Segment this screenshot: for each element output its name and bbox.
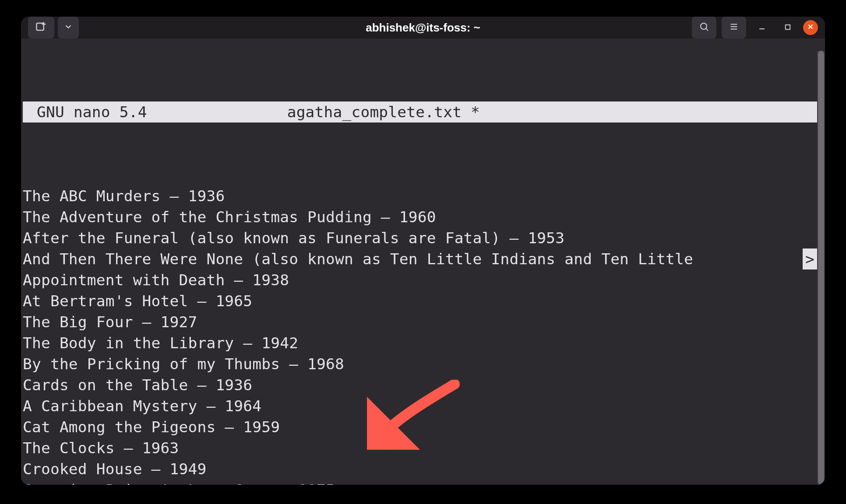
search-icon — [699, 21, 709, 34]
file-line: Cards on the Table – 1936 — [23, 374, 817, 396]
file-line: The Clocks – 1963 — [23, 438, 817, 458]
svg-point-3 — [701, 23, 707, 29]
scrollbar[interactable] — [817, 51, 825, 485]
svg-line-4 — [706, 29, 708, 31]
hamburger-menu-button[interactable] — [722, 17, 746, 38]
file-line: The Body in the Library – 1942 — [23, 332, 817, 354]
file-line: Cat Among the Pigeons – 1959 — [23, 416, 817, 438]
file-line: By the Pricking of my Thumbs – 1968 — [23, 354, 817, 374]
file-line: Appointment with Death – 1938 — [23, 270, 817, 290]
file-line: A Caribbean Mystery – 1964 — [23, 396, 817, 416]
tab-menu-button[interactable] — [58, 17, 79, 38]
maximize-icon — [784, 22, 792, 33]
minimize-icon — [758, 22, 766, 33]
scrollbar-thumb[interactable] — [818, 51, 824, 485]
file-line: The ABC Murders – 1936 — [23, 186, 817, 206]
file-content: The ABC Murders – 1936The Adventure of t… — [23, 186, 817, 485]
file-line: After the Funeral (also known as Funeral… — [23, 228, 817, 248]
terminal-body[interactable]: GNU nano 5.4 agatha_complete.txt * The A… — [21, 38, 825, 485]
file-line: The Big Four – 1927 — [23, 312, 817, 332]
new-tab-icon — [35, 21, 47, 35]
svg-rect-9 — [786, 24, 790, 29]
maximize-button[interactable] — [778, 22, 798, 33]
file-line: The Adventure of the Christmas Pudding –… — [23, 206, 817, 228]
nano-filename: agatha_complete.txt * — [147, 102, 817, 122]
file-line: Curtain: Poirot's Last Case – 1975 — [23, 480, 817, 485]
terminal-window: abhishek@its-foss: ~ — [21, 17, 825, 485]
nano-version: GNU nano 5.4 — [23, 102, 147, 122]
hamburger-icon — [729, 22, 739, 33]
minimize-button[interactable] — [751, 22, 772, 33]
file-line: And Then There Were None (also known as … — [23, 248, 817, 270]
titlebar: abhishek@its-foss: ~ — [21, 17, 825, 38]
new-tab-button[interactable] — [28, 17, 54, 38]
nano-header: GNU nano 5.4 agatha_complete.txt * — [23, 102, 817, 122]
search-button[interactable] — [692, 17, 716, 38]
file-line: At Bertram's Hotel – 1965 — [23, 290, 817, 312]
file-line: Crooked House – 1949 — [23, 458, 817, 480]
line-truncation-indicator: > — [803, 248, 817, 270]
close-icon — [807, 23, 814, 32]
chevron-down-icon — [63, 22, 73, 33]
close-button[interactable] — [803, 20, 818, 35]
